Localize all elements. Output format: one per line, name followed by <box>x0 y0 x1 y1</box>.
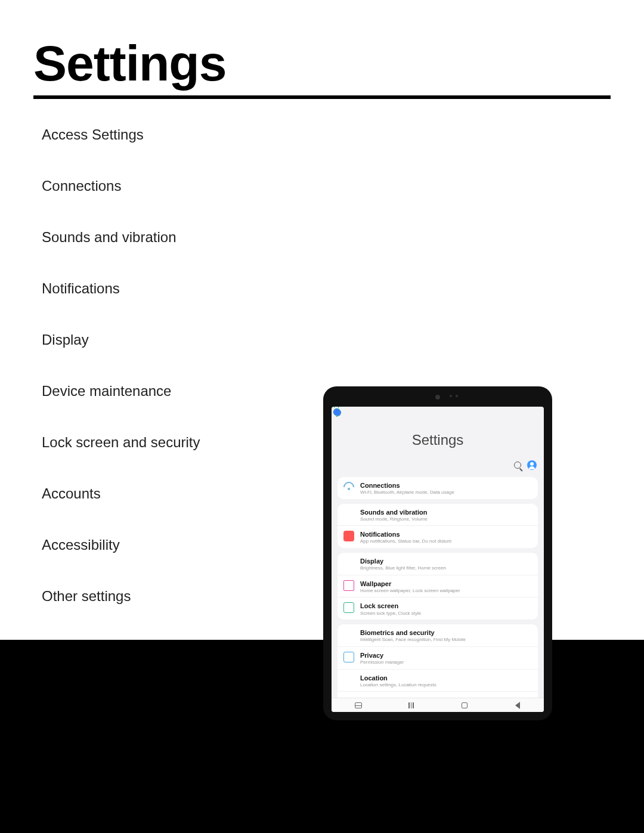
toc-item-accessibility[interactable]: Accessibility <box>42 537 292 553</box>
row-subtitle: Location settings, Location requests <box>360 682 532 688</box>
notifications-icon <box>343 531 354 541</box>
row-title: Sounds and vibration <box>360 509 532 516</box>
sensor-icon <box>456 395 458 397</box>
page-title: Settings <box>33 35 226 92</box>
settings-row-biometrics[interactable]: Biometrics and security Intelligent Scan… <box>338 624 538 647</box>
front-camera-icon <box>435 395 440 400</box>
back-button[interactable] <box>512 702 523 709</box>
location-icon <box>343 674 354 685</box>
tablet-screen: Settings Connections Wi-Fi, Bluetooth, A… <box>332 407 544 712</box>
display-icon <box>343 558 354 568</box>
row-subtitle: Sound mode, Ringtone, Volume <box>360 516 532 522</box>
settings-row-lockscreen[interactable]: Lock screen Screen lock type, Clock styl… <box>338 597 538 620</box>
row-title: Wallpaper <box>360 580 532 587</box>
toc-item-access-settings[interactable]: Access Settings <box>42 126 292 143</box>
row-subtitle: Screen lock type, Clock style <box>360 611 532 617</box>
settings-row-display[interactable]: Display Brightness, Blue light filter, H… <box>338 553 538 575</box>
settings-group: Sounds and vibration Sound mode, Rington… <box>338 504 538 548</box>
row-title: Notifications <box>360 531 532 538</box>
row-title: Display <box>360 558 532 565</box>
wifi-icon <box>343 482 354 493</box>
row-title: Privacy <box>360 652 532 659</box>
sound-icon <box>343 509 354 519</box>
settings-row-sounds[interactable]: Sounds and vibration Sound mode, Rington… <box>338 504 538 527</box>
settings-row-notifications[interactable]: Notifications App notifications, Status … <box>338 526 538 548</box>
toc-item-accounts[interactable]: Accounts <box>42 485 292 502</box>
row-title: Biometrics and security <box>360 629 532 636</box>
row-subtitle: Permission manager <box>360 659 532 665</box>
toc-item-display[interactable]: Display <box>42 332 292 348</box>
biometrics-icon <box>343 629 354 640</box>
row-subtitle: Home screen wallpaper, Lock screen wallp… <box>360 588 532 594</box>
toc-item-connections[interactable]: Connections <box>42 178 292 194</box>
toc-item-lock-screen-and-security[interactable]: Lock screen and security <box>42 434 292 451</box>
row-title: Lock screen <box>360 602 532 609</box>
drawer-button[interactable] <box>353 702 364 709</box>
row-subtitle: App notifications, Status bar, Do not di… <box>360 538 532 544</box>
search-icon[interactable] <box>514 462 521 469</box>
row-title: Connections <box>360 482 532 489</box>
row-subtitle: Intelligent Scan, Face recognition, Find… <box>360 637 532 643</box>
account-icon[interactable] <box>527 460 537 470</box>
row-title: Location <box>360 674 532 682</box>
privacy-icon <box>343 652 354 662</box>
row-subtitle: Wi-Fi, Bluetooth, Airplane mode, Data us… <box>360 490 532 496</box>
settings-row-location[interactable]: Location Location settings, Location req… <box>338 670 538 692</box>
settings-group: Connections Wi-Fi, Bluetooth, Airplane m… <box>338 477 538 499</box>
lock-icon <box>343 602 354 613</box>
tablet-device: Settings Connections Wi-Fi, Bluetooth, A… <box>323 386 552 720</box>
android-navbar <box>332 698 544 712</box>
toc-item-other-settings[interactable]: Other settings <box>42 588 292 605</box>
screen-title: Settings <box>412 432 464 448</box>
toc-list: Access Settings Connections Sounds and v… <box>42 126 292 639</box>
title-divider <box>33 95 611 99</box>
screen-header: Settings <box>332 407 544 473</box>
settings-row-connections[interactable]: Connections Wi-Fi, Bluetooth, Airplane m… <box>338 477 538 499</box>
home-button[interactable] <box>459 702 470 709</box>
settings-group: Display Brightness, Blue light filter, H… <box>338 553 538 620</box>
recents-button[interactable] <box>406 702 417 709</box>
row-subtitle: Brightness, Blue light filter, Home scre… <box>360 565 532 571</box>
sensor-icon <box>450 395 452 397</box>
wallpaper-icon <box>343 580 354 591</box>
toc-item-notifications[interactable]: Notifications <box>42 280 292 297</box>
toc-item-sounds-and-vibration[interactable]: Sounds and vibration <box>42 229 292 246</box>
toc-item-device-maintenance[interactable]: Device maintenance <box>42 383 292 400</box>
settings-row-privacy[interactable]: Privacy Permission manager <box>338 647 538 670</box>
settings-row-wallpaper[interactable]: Wallpaper Home screen wallpaper, Lock sc… <box>338 575 538 598</box>
screen-top-actions <box>514 460 537 470</box>
